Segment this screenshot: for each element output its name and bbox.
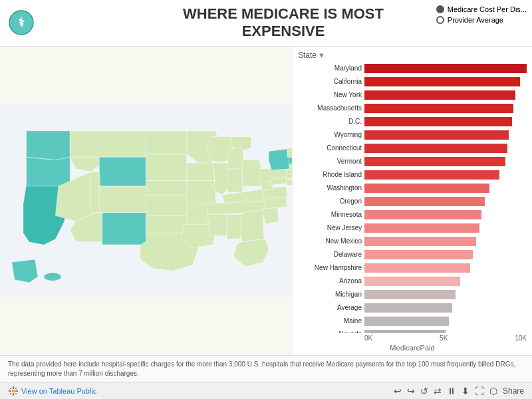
- state-south-dakota: [146, 154, 187, 181]
- share-icon[interactable]: ⬡: [489, 386, 497, 396]
- chart-state-header: State ▼: [295, 49, 529, 61]
- pause-icon[interactable]: ⏸: [447, 386, 456, 396]
- chart-legend: Medicare Cost Per Dis... Provider Averag…: [436, 5, 527, 27]
- us-map: [0, 47, 292, 355]
- bar-label: California: [298, 78, 364, 85]
- redo-icon[interactable]: ↪: [407, 386, 415, 396]
- svg-rect-10: [15, 393, 17, 394]
- bar-label: New York: [298, 91, 364, 98]
- state-vermont: [287, 148, 292, 157]
- state-washington: [27, 131, 70, 160]
- state-kansas: [146, 195, 190, 215]
- state-nebraska: [146, 180, 190, 195]
- state-new-jersey: [286, 169, 292, 180]
- bar-fill: [364, 237, 476, 246]
- tableau-link[interactable]: View on Tableau Public: [8, 386, 96, 396]
- bar-fill: [364, 157, 505, 166]
- bar-label: Wyoming: [298, 131, 364, 138]
- bar-track: [364, 317, 527, 326]
- state-new-mexico: [102, 212, 146, 244]
- bar-chart: MarylandCaliforniaNew YorkMassachusettsD…: [295, 63, 529, 333]
- table-row: Massachusetts: [298, 102, 527, 114]
- bar-fill: [364, 317, 449, 326]
- bar-track: [364, 64, 527, 73]
- table-row: Connecticut: [298, 142, 527, 154]
- bar-track: [364, 303, 527, 313]
- x-tick: 10K: [515, 334, 527, 342]
- table-row: Rhode Island: [298, 169, 527, 181]
- bar-fill: [364, 197, 485, 206]
- bar-track: [364, 237, 527, 246]
- bar-fill: [364, 130, 509, 140]
- refresh-icon[interactable]: ↺: [420, 386, 428, 396]
- bar-fill: [364, 250, 473, 259]
- bar-fill: [364, 117, 512, 126]
- table-row: California: [298, 76, 527, 88]
- state-georgia: [241, 209, 264, 241]
- state-mississippi: [207, 214, 228, 235]
- bar-fill: [364, 263, 470, 273]
- bar-label: Arizona: [298, 277, 364, 285]
- table-row: Oregon: [298, 196, 527, 207]
- undo-icon[interactable]: ↩: [394, 386, 402, 396]
- bar-label: Maryland: [298, 65, 364, 72]
- bar-label: Connecticut: [298, 144, 364, 152]
- table-row: D.C.: [298, 116, 527, 128]
- bar-label: New Hampshire: [298, 264, 364, 271]
- fullscreen-icon[interactable]: ⛶: [475, 386, 484, 396]
- svg-rect-5: [9, 390, 11, 392]
- bar-fill: [364, 303, 452, 313]
- download-icon[interactable]: ⬇: [462, 386, 469, 396]
- x-axis-label: MedicarePaid: [295, 343, 529, 352]
- bar-fill: [364, 210, 481, 219]
- state-colorado: [99, 186, 146, 213]
- table-row: New Mexico: [298, 235, 527, 247]
- table-row: Wyoming: [298, 129, 527, 141]
- bar-fill: [364, 184, 489, 193]
- svg-rect-9: [10, 393, 11, 394]
- bar-fill: [364, 90, 515, 100]
- toolbar-icons: ↩ ↪ ↺ ⇄ ⏸ ⬇ ⛶ ⬡ Share: [394, 386, 524, 396]
- table-row: Arizona: [298, 275, 527, 287]
- bar-label: Delaware: [298, 251, 364, 258]
- share-label[interactable]: Share: [503, 386, 524, 396]
- legend-radio-1[interactable]: [436, 5, 444, 13]
- svg-rect-3: [13, 386, 14, 389]
- bar-label: Michigan: [298, 291, 364, 298]
- bar-label: New Jersey: [298, 224, 364, 231]
- state-alaska: [12, 259, 39, 283]
- bar-label: Average: [298, 304, 364, 311]
- svg-rect-6: [15, 390, 18, 392]
- bar-fill: [364, 330, 446, 333]
- logo-icon: ⚕: [8, 9, 35, 36]
- bar-track: [364, 277, 527, 286]
- state-oregon: [27, 157, 70, 186]
- bar-track: [364, 77, 527, 86]
- svg-rect-7: [10, 388, 11, 389]
- x-axis-ticks: 0K5K10K: [295, 333, 529, 343]
- x-tick: 0K: [364, 334, 372, 342]
- state-montana: [70, 131, 146, 158]
- state-missouri: [187, 180, 216, 207]
- bar-track: [364, 117, 527, 126]
- bar-label: Massachusetts: [298, 104, 364, 112]
- table-row: Average: [298, 302, 527, 314]
- bar-track: [364, 144, 527, 153]
- x-tick: 5K: [440, 334, 448, 342]
- svg-rect-8: [15, 388, 17, 389]
- bar-fill: [364, 64, 527, 73]
- bar-label: Maine: [298, 317, 364, 325]
- legend-label-2: Provider Average: [448, 16, 503, 24]
- table-row: New Hampshire: [298, 262, 527, 274]
- bar-label: Vermont: [298, 158, 364, 165]
- bar-label: Rhode Island: [298, 171, 364, 178]
- reset-icon[interactable]: ⇄: [434, 386, 442, 396]
- state-wyoming: [99, 157, 146, 186]
- table-row: Nevada: [298, 329, 527, 333]
- svg-rect-4: [13, 393, 14, 396]
- legend-radio-2[interactable]: [436, 16, 444, 24]
- bar-track: [364, 290, 527, 299]
- bar-fill: [364, 277, 460, 286]
- bar-track: [364, 330, 527, 333]
- bar-track: [364, 90, 527, 100]
